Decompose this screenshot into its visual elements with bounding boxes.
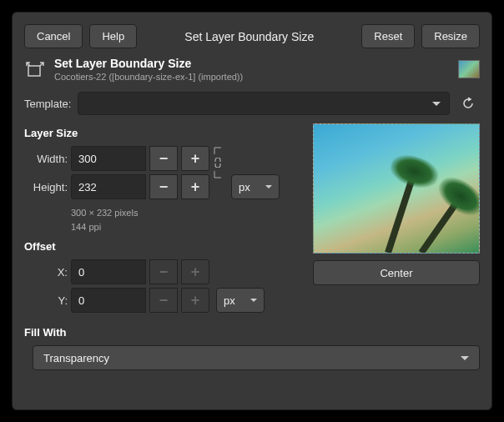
center-button[interactable]: Center	[313, 260, 480, 285]
cancel-button[interactable]: Cancel	[24, 24, 83, 48]
fill-with-heading: Fill With	[24, 326, 480, 339]
template-label: Template:	[24, 98, 71, 110]
height-increment-button[interactable]: +	[181, 174, 209, 199]
height-label: Height:	[24, 181, 68, 193]
chevron-down-icon	[265, 185, 272, 188]
template-dropdown[interactable]	[78, 92, 450, 115]
titlebar: Cancel Help Set Layer Boundary Size Rese…	[13, 13, 491, 57]
corner-top-icon	[213, 146, 223, 156]
width-decrement-button[interactable]: −	[149, 146, 178, 171]
layer-preview[interactable]	[313, 123, 480, 254]
height-decrement-button[interactable]: −	[149, 174, 178, 199]
layer-size-heading: Layer Size	[24, 127, 301, 139]
offset-unit-dropdown[interactable]: px	[216, 288, 265, 313]
offset-x-increment-button[interactable]: +	[181, 259, 209, 284]
page-title: Set Layer Boundary Size	[54, 57, 450, 70]
dialog-window: Cancel Help Set Layer Boundary Size Rese…	[12, 12, 492, 410]
chain-unlinked-icon	[213, 158, 223, 168]
width-label: Width:	[24, 153, 68, 165]
fill-with-value: Transparency	[43, 352, 109, 364]
offset-y-input[interactable]	[71, 288, 146, 313]
svg-rect-0	[28, 66, 40, 76]
reset-button[interactable]: Reset	[361, 24, 415, 48]
resize-layer-icon	[24, 58, 46, 80]
offset-y-label: Y:	[24, 294, 68, 307]
header-row: Set Layer Boundary Size Cocotiers-22 ([b…	[24, 57, 480, 82]
size-unit-value: px	[239, 181, 250, 193]
chevron-down-icon	[432, 102, 441, 106]
offset-y-increment-button[interactable]: +	[181, 288, 209, 313]
dialog-title: Set Layer Boundary Size	[144, 30, 355, 43]
page-subtitle: Cocotiers-22 ([boundary-size-ex-1] (impo…	[54, 72, 450, 82]
ppi-text: 144 ppi	[71, 220, 301, 234]
fill-with-dropdown[interactable]: Transparency	[33, 345, 480, 370]
help-button[interactable]: Help	[89, 24, 137, 48]
resize-button[interactable]: Resize	[421, 24, 480, 48]
offset-unit-value: px	[224, 294, 235, 307]
layer-thumbnail	[458, 60, 480, 78]
width-input[interactable]	[71, 146, 146, 171]
chevron-down-icon	[250, 299, 257, 302]
offset-x-label: X:	[24, 266, 68, 279]
corner-bottom-icon	[213, 169, 223, 179]
offset-x-decrement-button[interactable]: −	[149, 259, 178, 284]
chain-link-toggle[interactable]	[209, 146, 226, 179]
offset-y-decrement-button[interactable]: −	[149, 288, 178, 313]
width-increment-button[interactable]: +	[181, 146, 209, 171]
offset-heading: Offset	[24, 240, 301, 253]
pixel-dimensions-text: 300 × 232 pixels	[71, 206, 301, 220]
chevron-down-icon	[461, 356, 469, 360]
offset-x-input[interactable]	[71, 259, 146, 284]
size-unit-dropdown[interactable]: px	[231, 174, 280, 199]
height-input[interactable]	[71, 174, 146, 199]
template-reset-button[interactable]	[456, 92, 480, 115]
